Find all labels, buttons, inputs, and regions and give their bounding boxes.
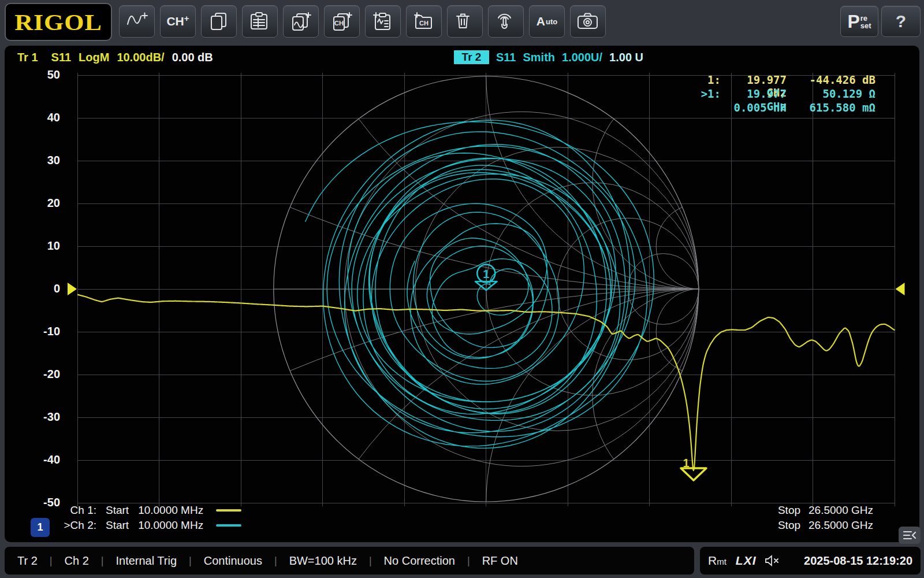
- trace1-label[interactable]: Tr 1: [17, 51, 38, 64]
- channel2-stop-row: Stop 26.5000 GHz: [762, 518, 873, 532]
- channel2-label: >Ch 2:: [61, 519, 96, 532]
- channel2-start-label: Start: [106, 519, 129, 532]
- collapse-footer-button[interactable]: [899, 527, 921, 544]
- marker-readout-row-1: 1: 19.977 GHz -44.426 dB: [635, 73, 875, 87]
- channel1-info-row[interactable]: Ch 1: Start 10.0000 MHz: [61, 503, 241, 517]
- status-bar: Tr 2|Ch 2|Internal Trig|Continuous|BW=10…: [5, 547, 694, 575]
- y-axis-tick-0: 0: [27, 282, 60, 296]
- y-axis-tick-20: 20: [27, 197, 60, 210]
- marker1-number: 1:: [635, 73, 721, 87]
- channel2-color-swatch: [216, 524, 241, 527]
- datetime: 2025-08-15 12:19:20: [804, 554, 912, 568]
- marker1-inductance: 0.005 nH: [721, 101, 787, 115]
- channel-number-badge: 1: [31, 518, 50, 537]
- y-axis-tick--40: -40: [27, 453, 60, 467]
- trace1-format: LogM: [79, 51, 109, 64]
- trace2-scale: 1.000U/: [562, 51, 602, 64]
- mute-icon[interactable]: [765, 555, 780, 566]
- trace2-format: Smith: [523, 51, 555, 64]
- status-separator: |: [274, 555, 277, 567]
- trace1-reference: 0.00 dB: [172, 51, 213, 64]
- trace2-header[interactable]: Tr 2 S11 Smith 1.000U/ 1.00 U: [454, 50, 643, 65]
- status-item-continuous[interactable]: Continuous: [204, 554, 262, 568]
- marker-readout-row-2: >1: 19.977 GHz 50.129 Ω: [635, 87, 875, 101]
- status-item-no-correction[interactable]: No Correction: [384, 554, 455, 568]
- channel1-color-swatch: [216, 509, 241, 512]
- channel2-info-row[interactable]: >Ch 2: Start 10.0000 MHz: [61, 518, 241, 532]
- ref-level-arrow-left: [68, 283, 77, 295]
- status-separator: |: [189, 555, 192, 567]
- channel1-stop-label: Stop: [778, 504, 800, 517]
- marker-readout-row-3: 0.005 nH 615.580 mΩ: [635, 101, 875, 115]
- marker1-impedance: 50.129 Ω: [787, 87, 875, 101]
- marker1-smith-number: >1:: [635, 87, 721, 101]
- status-separator: |: [369, 555, 372, 567]
- y-axis-tick--30: -30: [27, 410, 60, 424]
- channel2-stop-label: Stop: [778, 519, 800, 532]
- marker1-smith-frequency: 19.977 GHz: [721, 87, 787, 101]
- y-axis-tick--10: -10: [27, 325, 60, 339]
- system-status: Rmt LXI 2025-08-15 12:19:20: [700, 547, 921, 575]
- channel1-label: Ch 1:: [61, 504, 96, 517]
- lxi-indicator: LXI: [736, 554, 757, 568]
- status-item-rf-on[interactable]: RF ON: [482, 554, 518, 568]
- trace1-header[interactable]: Tr 1 S11 LogM 10.00dB/ 0.00 dB: [17, 50, 213, 65]
- y-axis-tick-10: 10: [27, 239, 60, 253]
- channel1-stop-row: Stop 26.5000 GHz: [762, 503, 873, 517]
- marker1-frequency: 19.977 GHz: [721, 73, 787, 87]
- svg-text:1: 1: [483, 268, 489, 280]
- channel1-start-value: 10.0000 MHz: [138, 504, 203, 517]
- channel2-start-value: 10.0000 MHz: [138, 519, 203, 532]
- trace2-reference: 1.00 U: [609, 51, 643, 64]
- marker1-resistance: 615.580 mΩ: [787, 101, 875, 115]
- status-item-internal-trig[interactable]: Internal Trig: [116, 554, 177, 568]
- remote-indicator: Rmt: [708, 554, 726, 568]
- y-axis-tick-40: 40: [27, 111, 60, 125]
- trace1-measurement: S11: [51, 51, 71, 64]
- status-separator: |: [101, 555, 104, 567]
- status-item-bw-100-khz[interactable]: BW=100 kHz: [289, 554, 357, 568]
- status-separator: |: [50, 555, 53, 567]
- channel1-stop-value: 26.5000 GHz: [808, 504, 873, 517]
- y-axis-tick-50: 50: [27, 68, 60, 82]
- trace2-active-badge[interactable]: Tr 2: [454, 50, 489, 64]
- marker1-logmag: -44.426 dB: [787, 73, 875, 87]
- y-axis-tick--20: -20: [27, 368, 60, 381]
- y-axis-tick-30: 30: [27, 154, 60, 168]
- channel1-start-label: Start: [106, 504, 129, 517]
- status-item-ch-2[interactable]: Ch 2: [65, 554, 89, 568]
- trace1-scale: 10.00dB/: [117, 51, 164, 64]
- y-axis-tick--50: -50: [27, 496, 60, 510]
- status-separator: |: [467, 555, 470, 567]
- collapse-icon: [902, 529, 917, 541]
- channel2-stop-value: 26.5000 GHz: [808, 519, 873, 532]
- ref-level-arrow-right: [896, 283, 905, 295]
- status-item-tr-2[interactable]: Tr 2: [17, 554, 38, 568]
- trace2-measurement: S11: [496, 51, 516, 64]
